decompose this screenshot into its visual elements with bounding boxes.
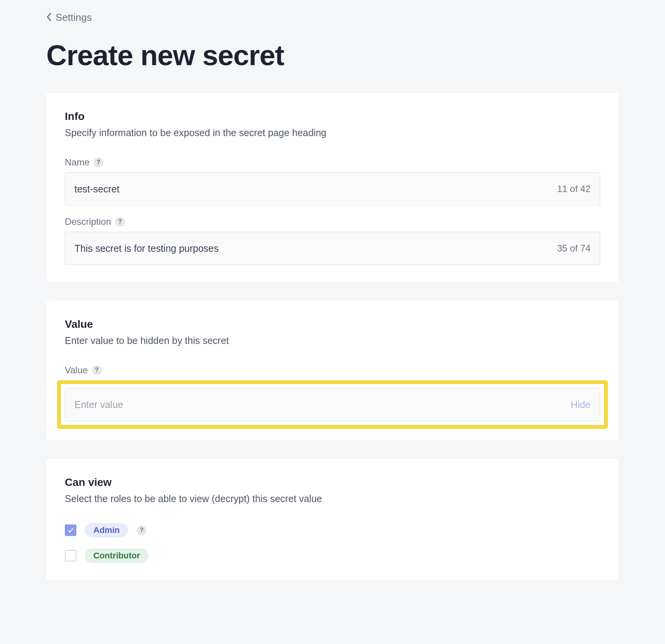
breadcrumb-label: Settings: [56, 12, 92, 24]
description-input-wrap: 35 of 74: [65, 232, 600, 265]
name-label: Name: [65, 157, 89, 168]
role-row: Admin?: [65, 523, 600, 538]
value-input[interactable]: [74, 388, 571, 421]
value-field: Value ? Hide: [65, 365, 600, 429]
help-icon[interactable]: ?: [115, 217, 125, 227]
name-input[interactable]: [74, 173, 557, 205]
value-card: Value Enter value to be hidden by this s…: [46, 301, 619, 440]
canview-subtitle: Select the roles to be able to view (dec…: [65, 493, 600, 504]
value-label: Value: [65, 365, 88, 376]
help-icon[interactable]: ?: [137, 525, 147, 535]
description-char-count: 35 of 74: [557, 243, 591, 254]
role-checkbox[interactable]: [65, 524, 76, 536]
info-card: Info Specify information to be exposed i…: [46, 93, 619, 282]
description-field: Description ? 35 of 74: [65, 216, 600, 265]
chevron-left-icon: [46, 13, 52, 23]
name-input-wrap: 11 of 42: [65, 172, 600, 206]
breadcrumb[interactable]: Settings: [46, 12, 619, 24]
value-input-wrap: Hide: [65, 388, 600, 421]
hide-button[interactable]: Hide: [571, 399, 591, 410]
canview-card: Can view Select the roles to be able to …: [46, 459, 619, 580]
info-subtitle: Specify information to be exposed in the…: [65, 127, 600, 138]
role-pill: Contributor: [85, 548, 149, 563]
description-label: Description: [65, 216, 111, 227]
value-title: Value: [65, 318, 600, 330]
page-title: Create new secret: [46, 39, 619, 72]
help-icon[interactable]: ?: [92, 365, 102, 375]
role-pill: Admin: [85, 523, 128, 538]
info-title: Info: [65, 110, 600, 123]
value-subtitle: Enter value to be hidden by this secret: [65, 335, 600, 346]
help-icon[interactable]: ?: [93, 157, 103, 167]
description-input[interactable]: [74, 232, 557, 265]
name-field: Name ? 11 of 42: [65, 157, 600, 206]
role-checkbox[interactable]: [65, 550, 76, 561]
canview-title: Can view: [65, 476, 600, 489]
role-row: Contributor: [65, 548, 600, 563]
name-char-count: 11 of 42: [557, 184, 591, 194]
value-highlight: Hide: [57, 380, 608, 429]
